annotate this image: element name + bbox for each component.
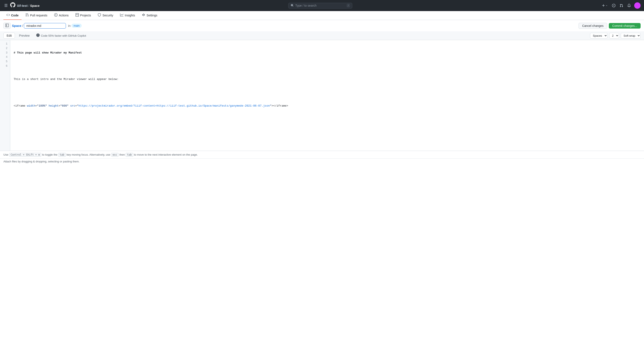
footer-hint-mid3: then bbox=[120, 153, 125, 156]
code-line-3: This is a short intro and the Mirador vi… bbox=[14, 77, 640, 82]
tab-projects[interactable]: Projects bbox=[72, 11, 94, 20]
tab-security-label: Security bbox=[102, 14, 113, 17]
edit-toolbar: Edit Preview Code 55% faster with GitHub… bbox=[0, 31, 644, 40]
line-num-3: 3 bbox=[2, 51, 8, 55]
notifications-button[interactable] bbox=[626, 3, 632, 8]
file-breadcrumb: Space / in main bbox=[12, 23, 82, 28]
copilot-hint-text: Code 55% faster with GitHub Copilot bbox=[41, 34, 86, 37]
code-content[interactable]: # This page will show Mirador my Manifes… bbox=[10, 40, 644, 151]
line-num-5: 5 bbox=[2, 59, 8, 64]
breadcrumb-repo[interactable]: Space bbox=[30, 4, 40, 7]
attach-hint: Attach files by dragging & dropping, sel… bbox=[0, 158, 644, 165]
indent-size-select[interactable]: 2 bbox=[609, 33, 619, 38]
footer-key-ctrl-shift-m: Control + Shift + m bbox=[9, 153, 41, 157]
footer-hint-mid2: key moving focus. Alternatively, use bbox=[66, 153, 110, 156]
settings-tab-icon bbox=[142, 13, 145, 17]
top-navigation: ☰ iiif-test / Space Type / to search / bbox=[0, 0, 644, 11]
footer-key-tab: tab bbox=[58, 153, 66, 157]
search-bar[interactable]: Type / to search / bbox=[288, 3, 352, 8]
footer-key-esc: esc bbox=[111, 153, 119, 157]
filename-input[interactable] bbox=[24, 23, 66, 28]
tab-code-label: Code bbox=[11, 14, 18, 17]
tab-projects-label: Projects bbox=[80, 14, 91, 17]
repo-breadcrumb-link[interactable]: Space bbox=[12, 24, 21, 27]
code-line-4 bbox=[14, 91, 640, 95]
tab-security[interactable]: Security bbox=[95, 11, 116, 20]
projects-tab-icon bbox=[76, 13, 79, 17]
code-editor-container: 1 2 3 4 5 6 # This page will show Mirado… bbox=[0, 40, 644, 151]
search-placeholder-text: Type / to search bbox=[295, 4, 345, 7]
branch-prefix: in bbox=[68, 24, 70, 27]
code-line-5: <iframe width="100%" height="600" src="h… bbox=[14, 104, 640, 108]
new-item-button[interactable] bbox=[601, 3, 608, 8]
search-icon bbox=[291, 4, 294, 7]
copilot-icon bbox=[36, 33, 40, 38]
cancel-changes-button[interactable]: Cancel changes bbox=[578, 23, 607, 29]
tab-settings[interactable]: Settings bbox=[139, 11, 160, 20]
tab-insights-label: Insights bbox=[125, 14, 135, 17]
hamburger-menu-button[interactable]: ☰ bbox=[4, 2, 8, 9]
actions-tab-icon bbox=[54, 13, 58, 17]
line-num-6: 6 bbox=[2, 64, 8, 68]
code-icon bbox=[6, 13, 10, 17]
attach-hint-text: Attach files by dragging & dropping, sel… bbox=[4, 160, 80, 163]
code-editor[interactable]: 1 2 3 4 5 6 # This page will show Mirado… bbox=[0, 40, 644, 151]
sidebar-toggle-button[interactable] bbox=[4, 22, 11, 29]
preview-tab-button[interactable]: Preview bbox=[16, 33, 33, 38]
branch-badge: main bbox=[72, 24, 82, 28]
github-logo[interactable] bbox=[10, 2, 15, 9]
editor-header: Space / in main Cancel changes Commit ch… bbox=[0, 20, 644, 31]
line-num-2: 2 bbox=[2, 46, 8, 51]
footer-hint-mid1: to toggle the bbox=[42, 153, 58, 156]
line-numbers: 1 2 3 4 5 6 bbox=[0, 40, 10, 151]
tab-actions-label: Actions bbox=[59, 14, 69, 17]
code-line-2 bbox=[14, 64, 640, 68]
footer-hint-post: to move to the next interactive element … bbox=[134, 153, 198, 156]
tab-settings-label: Settings bbox=[146, 14, 157, 17]
breadcrumb: iiif-test / Space bbox=[17, 4, 40, 7]
tab-code[interactable]: Code bbox=[4, 11, 22, 20]
copilot-hint: Code 55% faster with GitHub Copilot bbox=[36, 33, 86, 38]
avatar[interactable] bbox=[634, 2, 640, 9]
pull-requests-button[interactable] bbox=[619, 3, 624, 8]
tab-insights[interactable]: Insights bbox=[117, 11, 138, 20]
security-tab-icon bbox=[98, 13, 101, 17]
indent-mode-select[interactable]: Spaces bbox=[590, 33, 608, 38]
code-line-1: # This page will show Mirador my Manifes… bbox=[14, 51, 640, 55]
tab-pull-requests-label: Pull requests bbox=[30, 14, 47, 17]
breadcrumb-owner-link[interactable]: iiif-test bbox=[17, 4, 28, 7]
line-num-1: 1 bbox=[2, 42, 8, 46]
repo-nav-tabs: Code Pull requests Actions Projects Secu… bbox=[0, 11, 644, 20]
pull-requests-tab-icon bbox=[26, 13, 29, 17]
tab-pull-requests[interactable]: Pull requests bbox=[22, 11, 50, 20]
code-line-6 bbox=[14, 117, 640, 122]
footer-key-tab2: tab bbox=[126, 153, 133, 157]
edit-tab-button[interactable]: Edit bbox=[4, 33, 15, 38]
commit-changes-button[interactable]: Commit changes... bbox=[609, 23, 640, 28]
issues-button[interactable] bbox=[611, 3, 616, 8]
line-num-4: 4 bbox=[2, 55, 8, 59]
wrap-mode-select[interactable]: Soft wrap bbox=[621, 33, 640, 38]
search-shortcut-badge: / bbox=[347, 4, 350, 7]
tab-actions[interactable]: Actions bbox=[51, 11, 72, 20]
editor-footer-hint: Use Control + Shift + m to toggle the ta… bbox=[0, 151, 644, 158]
insights-tab-icon bbox=[120, 13, 124, 17]
footer-hint-pre: Use bbox=[4, 153, 8, 156]
